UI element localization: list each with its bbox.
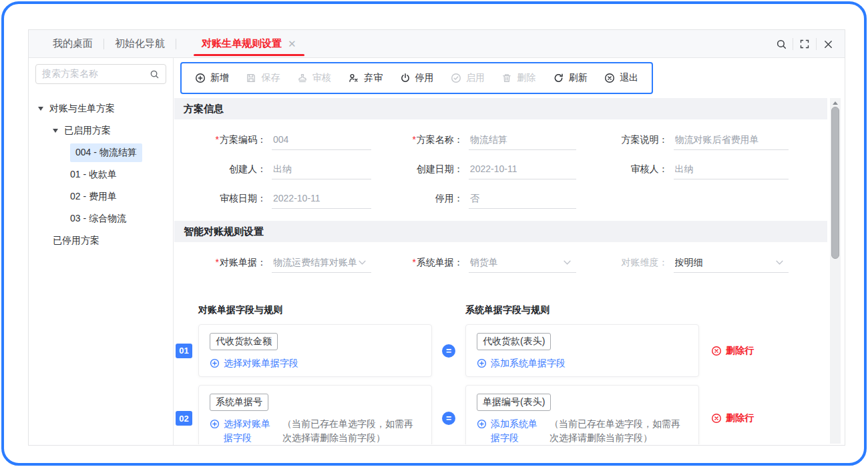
field-audit-date: 审核日期： 2022-10-11 [174, 184, 371, 213]
trash-icon [501, 73, 512, 83]
select-recon-field-link[interactable]: 选择对账单据字段 [210, 417, 273, 444]
refresh-icon [553, 73, 564, 83]
field-auditor: 审核人： 出纳 [576, 155, 789, 184]
plan-desc-input[interactable]: 物流对账后省费用单 [674, 130, 789, 150]
circle-x-icon [711, 413, 722, 424]
recon-field-card: 系统单据号 选择对账单据字段 （当前已存在单选字段，如需再次选择请删除当前字段） [198, 385, 432, 444]
field-creator: 创建人： 出纳 [174, 155, 371, 184]
plan-sidebar: 搜索方案名称 对账与生单方案 已启用方案 004 - 物流结算 [29, 58, 174, 445]
vertical-scrollbar[interactable] [830, 98, 841, 444]
save-icon [246, 73, 256, 83]
field-plan-name: *方案名称： 物流结算 [371, 125, 576, 155]
tab-init-nav[interactable]: 初始化导航 [104, 30, 176, 57]
row-number-badge: 01 [176, 344, 192, 358]
audit-date-input[interactable]: 2022-10-11 [272, 189, 371, 209]
rules-form: *对账单据： 物流运费结算对账单 *系统单据： 销货单 [174, 242, 827, 294]
field-plan-code: *方案编码： 004 [174, 125, 371, 155]
auditor-input[interactable]: 出纳 [674, 159, 789, 179]
field-chip[interactable]: 代收货款金额 [210, 333, 278, 350]
chevron-down-icon [776, 260, 783, 265]
exit-button[interactable]: 退出 [604, 72, 638, 84]
tab-divider [176, 39, 176, 49]
field-chip[interactable]: 代收货款(表头) [477, 333, 551, 350]
tree-node-enabled-plans[interactable]: 已启用方案 [29, 119, 173, 141]
add-button[interactable]: 新增 [195, 72, 229, 84]
section-title-plan-info: 方案信息 [174, 98, 827, 119]
add-system-field-link[interactable]: 添加系统单据字段 [477, 417, 540, 444]
left-mapping-header: 对账单据字段与规则 [198, 304, 432, 316]
system-field-card: 单据编号(表头) 添加系统单据字段 （当前已存在单选字段，如需再次选择请删除当前… [465, 385, 699, 444]
window-frame: 我的桌面 初始化导航 对账生单规则设置 ✕ [1, 1, 867, 466]
right-mapping-header: 系统单据字段与规则 [465, 304, 550, 316]
scrollbar-thumb[interactable] [831, 107, 839, 259]
plus-circle-icon [210, 358, 220, 368]
chevron-down-icon [359, 260, 366, 265]
plan-info-form: *方案编码： 004 *方案名称： 物流结算 方案说明： 物流对账后省费用单 [174, 119, 827, 221]
recon-dimension-select[interactable]: 按明细 [674, 253, 789, 273]
tree-node-plan-03[interactable]: 03 - 综合物流 [29, 207, 173, 229]
single-field-note: （当前已存在单选字段，如需再次选择请删除当前字段） [550, 417, 688, 444]
caret-down-icon[interactable] [53, 129, 58, 133]
scroll-content: 方案信息 *方案编码： 004 *方案名称： 物流结算 方案说明： 物流对账后省 [174, 98, 827, 444]
fullscreen-icon[interactable] [793, 30, 816, 58]
recon-doc-select[interactable]: 物流运费结算对账单 [272, 253, 371, 273]
delete-row-button[interactable]: 删除行 [711, 345, 754, 357]
audit-button[interactable]: 审核 [297, 72, 331, 84]
plan-name-input[interactable]: 物流结算 [469, 130, 576, 150]
field-plan-desc: 方案说明： 物流对账后省费用单 [576, 125, 789, 155]
section-title-rules: 智能对账规则设置 [174, 221, 827, 242]
field-chip[interactable]: 单据编号(表头) [477, 394, 551, 411]
select-recon-field-link[interactable]: 选择对账单据字段 [210, 356, 298, 370]
plus-circle-icon [210, 419, 220, 429]
close-icon[interactable] [817, 30, 839, 58]
check-circle-icon [451, 73, 461, 83]
plan-search-input[interactable]: 搜索方案名称 [35, 64, 166, 84]
tab-rule-settings-label: 对账生单规则设置 [202, 37, 282, 50]
recon-field-card: 代收货款金额 选择对账单据字段 [198, 324, 432, 377]
delete-button[interactable]: 删除 [501, 72, 535, 84]
equals-icon: = [442, 344, 455, 358]
user-x-icon [348, 73, 359, 83]
window-action-icons [770, 30, 839, 58]
create-date-input[interactable]: 2022-10-11 [469, 159, 576, 179]
tab-bar: 我的桌面 初始化导航 对账生单规则设置 ✕ [29, 30, 845, 58]
system-doc-select[interactable]: 销货单 [469, 253, 576, 273]
action-toolbar: 新增 保存 审核 弃审 [180, 62, 653, 94]
save-button[interactable]: 保存 [246, 72, 280, 84]
row-number-badge: 02 [176, 411, 192, 426]
tab-close-icon[interactable]: ✕ [288, 38, 296, 50]
disabled-flag-input[interactable]: 否 [469, 189, 576, 209]
delete-row-button[interactable]: 删除行 [711, 412, 754, 424]
tab-my-desktop[interactable]: 我的桌面 [42, 30, 103, 57]
app-panel: 我的桌面 初始化导航 对账生单规则设置 ✕ [28, 29, 845, 446]
tree-node-plans-root[interactable]: 对账与生单方案 [29, 97, 173, 119]
unaudit-button[interactable]: 弃审 [348, 72, 383, 84]
search-icon[interactable] [770, 30, 793, 58]
disable-button[interactable]: 停用 [400, 72, 434, 84]
plan-code-input[interactable]: 004 [272, 130, 371, 150]
caret-down-icon[interactable] [38, 107, 43, 111]
mapping-row-02: 02 系统单据号 选择对账单据字段 （当前已存在单选字段，如需再次选择请删除当前… [174, 385, 827, 444]
tree-node-plan-02[interactable]: 02 - 费用单 [29, 185, 173, 207]
field-system-doc: *系统单据： 销货单 [371, 248, 576, 278]
system-field-card: 代收货款(表头) 添加系统单据字段 [465, 324, 699, 377]
creator-input[interactable]: 出纳 [272, 159, 371, 179]
mapping-row-01: 01 代收货款金额 选择对账单据字段 = [174, 324, 827, 377]
tree-node-plan-01[interactable]: 01 - 收款单 [29, 163, 173, 185]
equals-icon: = [442, 412, 455, 425]
scroll-up-arrow-icon[interactable] [833, 101, 838, 105]
tree-node-plan-004[interactable]: 004 - 物流结算 [29, 141, 173, 163]
single-field-note: （当前已存在单选字段，如需再次选择请删除当前字段） [282, 417, 421, 444]
field-chip[interactable]: 系统单据号 [210, 394, 268, 411]
enable-button[interactable]: 启用 [451, 72, 485, 84]
search-icon [150, 69, 160, 79]
tab-rule-settings[interactable]: 对账生单规则设置 ✕ [192, 30, 306, 57]
x-circle-icon [604, 73, 615, 83]
stamp-icon [297, 73, 308, 83]
refresh-button[interactable]: 刷新 [553, 72, 588, 84]
tree-node-disabled-plans[interactable]: 已停用方案 [29, 229, 173, 252]
main-area: 新增 保存 审核 弃审 [174, 58, 845, 445]
field-create-date: 创建日期： 2022-10-11 [371, 155, 576, 184]
chevron-down-icon [564, 260, 571, 265]
add-system-field-link[interactable]: 添加系统单据字段 [477, 356, 566, 370]
